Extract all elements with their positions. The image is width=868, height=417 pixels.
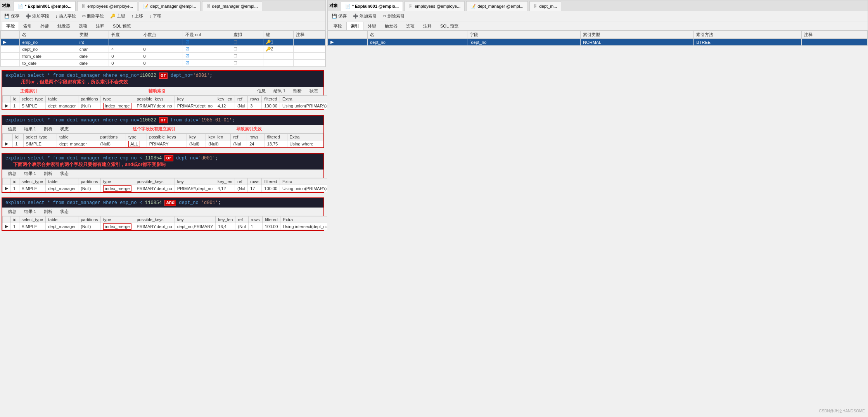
table-row[interactable]: ▶ 1 SIMPLE dept_manager (Null) index_mer…	[3, 102, 372, 109]
q4-tab-result[interactable]: 结果 1	[21, 208, 39, 215]
query-section-1: explain select * from dept_manager where…	[2, 70, 324, 110]
q4-tab-profile[interactable]: 剖析	[41, 208, 55, 215]
row-virtual: ☐	[231, 60, 263, 67]
q2-tab-status[interactable]: 状态	[57, 126, 72, 132]
right-tab-dept-label: dept_manager @empl...	[477, 4, 523, 9]
subtab-fk[interactable]: 外键	[36, 22, 53, 30]
right-subtab-fk[interactable]: 外键	[363, 22, 380, 30]
right-delete-index-button[interactable]: ✂ 删除索引	[380, 12, 407, 20]
q4-result-table: id select_type table partitions type pos…	[2, 216, 379, 230]
row-arrow	[1, 46, 20, 53]
q1-value: 'd001'	[193, 73, 209, 78]
table-row[interactable]: from_date date 0 0 ☑ ☐	[1, 53, 325, 60]
q1-tab-result[interactable]: 结果 1	[270, 88, 289, 94]
row-type: date	[77, 53, 109, 60]
save-button[interactable]: 💾 保存	[2, 12, 22, 20]
subtab-index[interactable]: 索引	[19, 22, 36, 30]
main-container: 对象 📄 * Explain001 @emplo... 🗄 employees …	[0, 0, 868, 417]
q1-comment-main: 用到or，但是两个字段都有索引，所以索引不会失效	[21, 79, 128, 85]
right-tab-employees[interactable]: 🗄 employees @employe...	[405, 1, 465, 11]
right-col-index-method: 索引方法	[694, 31, 801, 39]
move-down-button[interactable]: ↓ 下移	[147, 12, 164, 20]
q2-tab-info[interactable]: 信息	[5, 126, 19, 132]
q1-tab-profile[interactable]: 剖析	[290, 88, 305, 94]
q3-tab-result[interactable]: 结果 1	[21, 170, 39, 177]
left-section-label: 对象	[2, 3, 10, 9]
subtab-field[interactable]: 字段	[2, 22, 19, 30]
right-tab-employees-label: employees @employe...	[415, 4, 460, 9]
q4-value: 'd001'	[201, 200, 218, 206]
save-icon: 💾	[4, 14, 10, 19]
right-tab-explain[interactable]: 📄 * Explain001 @emplo...	[341, 1, 403, 11]
right-subtab-index[interactable]: 索引	[346, 22, 363, 30]
subtab-trigger[interactable]: 触发器	[53, 22, 74, 30]
q3-keyword2: dept_no=	[173, 156, 199, 161]
row-comment	[293, 53, 325, 60]
q1-keyword2: dept_no=	[168, 73, 193, 78]
q4-keyword2: dept_no=	[176, 200, 201, 206]
right-toolbar: 💾 保存 ➕ 添加索引 ✂ 删除索引	[328, 11, 868, 21]
q2-tab-result[interactable]: 结果 1	[21, 126, 39, 132]
table-row[interactable]: ▶ 1 SIMPLE dept_manager (Null) index_mer…	[3, 185, 372, 192]
row-decimal: 0	[141, 60, 183, 67]
right-tab-dept-manager1[interactable]: 📝 dept_manager @empl...	[466, 1, 527, 11]
q3-tab-status[interactable]: 状态	[57, 170, 72, 177]
tab-employees[interactable]: 🗄 employees @employe...	[77, 1, 137, 11]
left-data-table: 名 类型 长度 小数点 不是 nul 虚拟 键 注释 ▶ emp_no int	[0, 31, 325, 67]
q1-tab-info[interactable]: 信息	[254, 88, 269, 94]
insert-field-button[interactable]: ↕ 插入字段	[53, 12, 78, 20]
row-virtual: ☐	[231, 46, 263, 53]
tab-employees-icon: 🗄	[81, 4, 86, 9]
q2-tab-profile[interactable]: 剖析	[41, 126, 55, 132]
right-subtab-sql[interactable]: SQL 预览	[436, 22, 463, 30]
table-row[interactable]: ▶ 1 SIMPLE dept_manager (Null) index_mer…	[3, 223, 379, 230]
q3-tab-info[interactable]: 信息	[5, 170, 19, 177]
col-virtual: 虚拟	[231, 31, 263, 39]
q3-or: or	[164, 155, 173, 161]
subtab-sql-preview[interactable]: SQL 预览	[109, 22, 135, 30]
q1-num: 110022	[140, 73, 156, 78]
q3-tab-profile[interactable]: 剖析	[41, 170, 55, 177]
q1-semi: ;	[210, 73, 213, 78]
move-up-button[interactable]: ↑ 上移	[129, 12, 146, 20]
subtab-options[interactable]: 选项	[74, 22, 92, 30]
right-subtab-field[interactable]: 字段	[329, 22, 346, 30]
q1-tab-status[interactable]: 状态	[306, 88, 321, 94]
q2-space	[156, 118, 159, 123]
right-col-field: 字段	[467, 31, 580, 39]
q4-tab-info[interactable]: 信息	[5, 208, 19, 215]
right-subtab-trigger[interactable]: 触发器	[380, 22, 402, 30]
row-notnull: ☑	[183, 39, 231, 46]
right-subtab-options[interactable]: 选项	[402, 22, 419, 30]
right-subtab-comment[interactable]: 注释	[419, 22, 436, 30]
right-save-button[interactable]: 💾 保存	[329, 12, 349, 20]
subtab-comment[interactable]: 注释	[92, 22, 109, 30]
q3-result-table: id select_type table partitions type pos…	[2, 178, 372, 192]
row-type: int	[77, 39, 109, 46]
q4-col-arrow	[3, 216, 11, 223]
primary-key-button[interactable]: 🔑 主键	[108, 12, 128, 20]
q2-value: '1985-01-01'	[199, 118, 232, 123]
table-row[interactable]: to_date date 0 0 ☑ ☐	[1, 60, 325, 67]
col-length: 长度	[109, 31, 141, 39]
row-name: emp_no	[20, 39, 77, 46]
row-name: dept_no	[20, 46, 77, 53]
add-field-button[interactable]: ➕ 添加字段	[23, 12, 52, 20]
table-row[interactable]: ▶ 1 SIMPLE dept_manager (Null) ALL PRIMA…	[3, 140, 323, 147]
table-row[interactable]: dept_no char 4 0 ☑ ☐ 🔑2	[1, 46, 325, 53]
q3-value: 'd001'	[199, 156, 215, 161]
row-length	[109, 39, 141, 46]
right-index-table: 名 字段 索引类型 索引方法 注释 ▶ dept_no `dept_no` NO…	[328, 31, 868, 46]
right-tab-dept-manager2[interactable]: 🗄 dept_m...	[529, 1, 562, 11]
row-notnull: ☑	[183, 60, 231, 67]
delete-field-button[interactable]: ✂ 删除字段	[80, 12, 106, 20]
tab-explain[interactable]: 📄 * Explain001 @emplo...	[14, 1, 76, 11]
tab-dept-manager2[interactable]: 🗄 dept_manager @empl...	[202, 1, 262, 11]
right-add-index-button[interactable]: ➕ 添加索引	[351, 12, 379, 20]
table-row[interactable]: ▶ emp_no int ☑ ☐ 🔑1	[1, 39, 325, 46]
q2-col-arrow	[3, 134, 13, 140]
right-tab-employees-icon: 🗄	[409, 4, 413, 9]
tab-dept-manager1[interactable]: 📝 dept_manager @empl...	[139, 1, 200, 11]
q4-tab-status[interactable]: 状态	[57, 208, 72, 215]
table-row[interactable]: ▶ dept_no `dept_no` NORMAL BTREE	[328, 39, 868, 46]
